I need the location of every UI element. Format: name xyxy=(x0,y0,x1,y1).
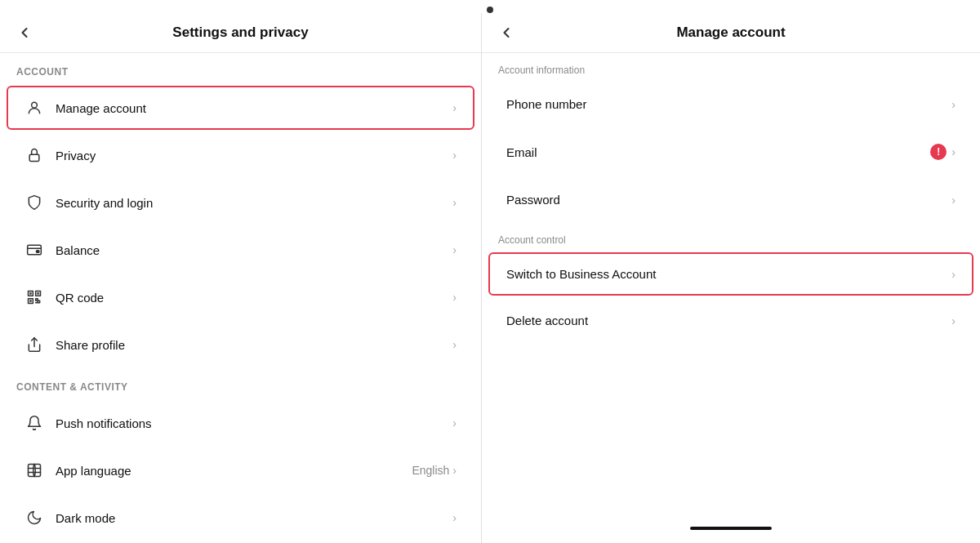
email-chevron: › xyxy=(951,145,956,158)
right-panel: Manage account Account information Phone… xyxy=(482,13,980,543)
switch-business-chevron: › xyxy=(951,268,956,281)
share-profile-chevron: › xyxy=(452,338,457,351)
app-language-label: App language xyxy=(56,464,412,478)
svg-rect-11 xyxy=(29,465,41,477)
person-icon xyxy=(24,98,44,118)
qr-icon xyxy=(24,287,44,307)
sidebar-item-manage-account[interactable]: Manage account › xyxy=(7,86,474,130)
email-notification-dot xyxy=(930,144,947,160)
account-info-section-label: Account information xyxy=(482,53,980,81)
qr-code-label: QR code xyxy=(56,291,452,305)
phone-number-chevron: › xyxy=(951,98,956,111)
svg-rect-3 xyxy=(37,251,39,253)
svg-rect-2 xyxy=(28,245,42,255)
svg-rect-7 xyxy=(29,292,32,295)
left-panel-title: Settings and privacy xyxy=(172,24,308,41)
content-section-label: CONTENT & ACTIVITY xyxy=(0,368,481,399)
wallet-icon xyxy=(24,240,44,260)
push-notifications-chevron: › xyxy=(452,416,457,430)
left-back-button[interactable] xyxy=(16,24,33,41)
balance-label: Balance xyxy=(56,243,452,257)
right-header: Manage account xyxy=(482,13,980,53)
sidebar-item-qr-code[interactable]: QR code › xyxy=(7,275,474,319)
svg-point-0 xyxy=(32,102,38,108)
bell-icon xyxy=(24,413,44,433)
left-panel: Settings and privacy ACCOUNT Manage acco… xyxy=(0,13,482,543)
security-chevron: › xyxy=(452,196,457,209)
manage-account-label: Manage account xyxy=(56,101,452,115)
svg-rect-8 xyxy=(37,292,39,295)
right-item-phone-number[interactable]: Phone number › xyxy=(488,82,973,126)
sidebar-item-privacy[interactable]: Privacy › xyxy=(7,133,474,177)
right-bottom-bar xyxy=(690,527,772,530)
account-control-section-label: Account control xyxy=(482,223,980,251)
manage-account-chevron: › xyxy=(452,101,457,114)
svg-rect-9 xyxy=(29,300,32,302)
app-language-chevron: › xyxy=(452,464,457,477)
right-panel-title: Manage account xyxy=(676,24,785,41)
share-profile-label: Share profile xyxy=(56,338,452,352)
password-chevron: › xyxy=(951,194,956,207)
moon-icon xyxy=(24,508,44,527)
sidebar-item-balance[interactable]: Balance › xyxy=(7,228,474,272)
right-item-password[interactable]: Password › xyxy=(488,178,973,221)
email-label: Email xyxy=(506,145,930,159)
main-container: Settings and privacy ACCOUNT Manage acco… xyxy=(0,13,980,543)
password-label: Password xyxy=(506,193,951,207)
switch-business-label: Switch to Business Account xyxy=(506,267,951,281)
shield-icon xyxy=(24,193,44,212)
right-back-button[interactable] xyxy=(498,24,514,41)
phone-number-label: Phone number xyxy=(506,97,951,111)
privacy-label: Privacy xyxy=(56,149,452,162)
delete-account-label: Delete account xyxy=(506,314,951,327)
push-notifications-label: Push notifications xyxy=(56,416,452,430)
security-label: Security and login xyxy=(56,196,452,210)
account-section-label: ACCOUNT xyxy=(0,53,481,84)
app-language-value: English xyxy=(412,464,449,477)
balance-chevron: › xyxy=(452,243,457,256)
right-item-email[interactable]: Email › xyxy=(488,129,973,175)
share-icon xyxy=(24,335,44,354)
sidebar-item-security[interactable]: Security and login › xyxy=(7,180,474,225)
globe-icon xyxy=(24,461,44,480)
svg-rect-1 xyxy=(29,154,39,161)
right-item-delete-account[interactable]: Delete account › xyxy=(488,299,973,342)
dark-mode-chevron: › xyxy=(452,511,457,524)
delete-account-chevron: › xyxy=(951,314,956,327)
left-header: Settings and privacy xyxy=(0,13,481,53)
right-item-switch-business[interactable]: Switch to Business Account › xyxy=(488,252,973,296)
privacy-chevron: › xyxy=(452,149,457,162)
top-dot xyxy=(487,7,493,13)
sidebar-item-dark-mode[interactable]: Dark mode › xyxy=(7,496,474,540)
dark-mode-label: Dark mode xyxy=(56,511,452,525)
sidebar-item-push-notifications[interactable]: Push notifications › xyxy=(7,401,474,445)
sidebar-item-app-language[interactable]: App language English › xyxy=(7,448,474,492)
lock-icon xyxy=(24,145,44,165)
sidebar-item-share-profile[interactable]: Share profile › xyxy=(7,323,474,367)
qr-code-chevron: › xyxy=(452,291,457,304)
